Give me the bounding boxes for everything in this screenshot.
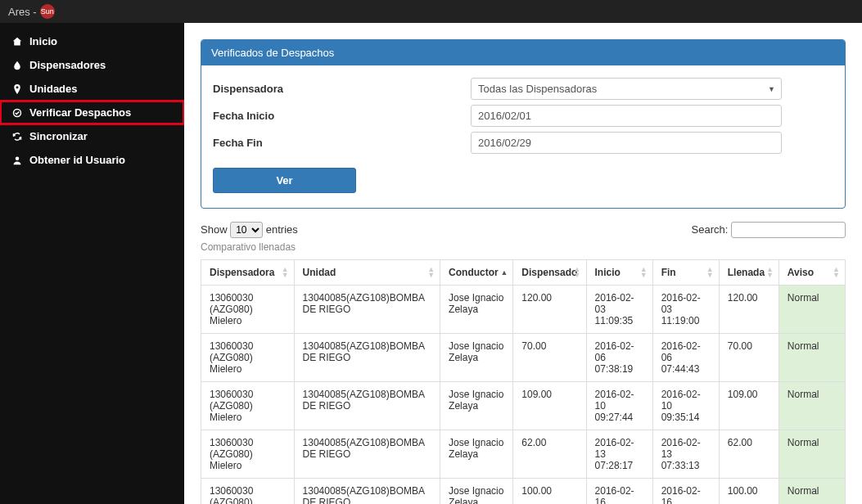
fecha-fin-input[interactable] [471, 132, 782, 154]
cell-dispensadora: 13060030 (AZG080) Mielero [201, 286, 295, 334]
cell-inicio: 2016-02-03 11:09:35 [586, 286, 652, 334]
cell-aviso: Normal [779, 334, 845, 382]
fecha-fin-label: Fecha Fin [213, 137, 471, 149]
cell-dispensado: 62.00 [513, 430, 586, 479]
sidebar: Inicio Dispensadores Unidades Verificar … [0, 23, 184, 504]
table-row: 13060030 (AZG080) Mielero13040085(AZG108… [201, 334, 846, 382]
col-unidad[interactable]: Unidad▲▼ [294, 260, 440, 286]
cell-unidad: 13040085(AZG108)BOMBA DE RIEGO [294, 334, 440, 382]
svg-point-1 [16, 156, 20, 160]
entries-label: entries [266, 223, 298, 236]
cell-fin: 2016-02-16 13:35:25 [652, 479, 719, 505]
cell-dispensado: 100.00 [513, 479, 586, 505]
fecha-inicio-label: Fecha Inicio [213, 110, 471, 122]
sort-icon: ▲▼ [282, 267, 289, 278]
sidebar-item-verificar-despachos[interactable]: Verificar Despachos [0, 101, 184, 124]
table-row: 13060030 (AZG080) Mielero13040085(AZG108… [201, 382, 846, 430]
cell-llenada: 70.00 [719, 334, 779, 382]
col-fin[interactable]: Fin▲▼ [652, 260, 719, 286]
col-dispensadora[interactable]: Dispensadora▲▼ [201, 260, 295, 286]
user-icon [11, 155, 23, 165]
brand: Ares - Sun [8, 4, 55, 19]
cell-aviso: Normal [779, 382, 845, 430]
cell-unidad: 13040085(AZG108)BOMBA DE RIEGO [294, 479, 440, 505]
ver-button[interactable]: Ver [213, 168, 356, 193]
cell-llenada: 62.00 [719, 430, 779, 479]
sort-icon: ▲▼ [640, 267, 648, 278]
cell-inicio: 2016-02-16 13:28:51 [586, 479, 652, 505]
topbar: Ares - Sun [0, 0, 862, 23]
table-subtitle: Comparativo llenadas [201, 241, 846, 253]
cell-inicio: 2016-02-06 07:38:19 [586, 334, 652, 382]
sync-icon [11, 132, 23, 142]
home-icon [11, 37, 23, 47]
cell-dispensado: 70.00 [513, 334, 586, 382]
cell-inicio: 2016-02-13 07:28:17 [586, 430, 652, 479]
sort-asc-icon: ▲ [500, 270, 508, 276]
main-content: Verificados de Despachos Dispensadora To… [184, 23, 862, 504]
sidebar-item-label: Verificar Despachos [29, 106, 131, 119]
table-row: 13060030 (AZG080) Mielero13040085(AZG108… [201, 479, 846, 505]
sidebar-item-label: Inicio [29, 35, 57, 47]
sidebar-item-dispensadores[interactable]: Dispensadores [0, 53, 184, 77]
map-pin-icon [11, 84, 23, 94]
cell-dispensado: 109.00 [513, 382, 586, 430]
col-llenada[interactable]: Llenada▲▼ [719, 260, 779, 286]
check-circle-icon [11, 108, 23, 118]
cell-fin: 2016-02-03 11:19:00 [652, 286, 719, 334]
cell-aviso: Normal [779, 286, 845, 334]
sort-icon: ▲▼ [427, 267, 435, 278]
filter-panel: Verificados de Despachos Dispensadora To… [201, 39, 846, 209]
sidebar-item-sincronizar[interactable]: Sincronizar [0, 124, 184, 148]
cell-unidad: 13040085(AZG108)BOMBA DE RIEGO [294, 430, 440, 479]
sidebar-item-obtener-id[interactable]: Obtener id Usuario [0, 148, 184, 172]
cell-unidad: 13040085(AZG108)BOMBA DE RIEGO [294, 286, 440, 334]
cell-aviso: Normal [779, 479, 845, 505]
drop-icon [11, 61, 23, 70]
cell-conductor: Jose Ignacio Zelaya [440, 479, 513, 505]
sort-icon: ▲▼ [766, 267, 774, 278]
dispensadora-label: Dispensadora [213, 83, 471, 95]
col-conductor[interactable]: Conductor▲ [440, 260, 513, 286]
table-row: 13060030 (AZG080) Mielero13040085(AZG108… [201, 430, 846, 479]
brand-logo-icon: Sun [40, 4, 55, 19]
cell-dispensado: 120.00 [513, 286, 586, 334]
cell-fin: 2016-02-10 09:35:14 [652, 382, 719, 430]
search-label: Search: [692, 223, 729, 236]
search-control: Search: [692, 222, 846, 238]
cell-conductor: Jose Ignacio Zelaya [440, 286, 513, 334]
search-input[interactable] [731, 222, 846, 238]
cell-dispensadora: 13060030 (AZG080) Mielero [201, 430, 295, 479]
cell-llenada: 109.00 [719, 382, 779, 430]
cell-fin: 2016-02-06 07:44:43 [652, 334, 719, 382]
page-size-select[interactable]: 10 [230, 222, 263, 238]
sidebar-item-label: Dispensadores [29, 59, 106, 71]
col-aviso[interactable]: Aviso▲▼ [779, 260, 845, 286]
sort-icon: ▲▼ [574, 267, 581, 278]
cell-dispensadora: 13060030 (AZG080) Mielero [201, 382, 295, 430]
cell-dispensadora: 13060030 (AZG080) Mielero [201, 334, 295, 382]
sidebar-item-unidades[interactable]: Unidades [0, 77, 184, 101]
col-inicio[interactable]: Inicio▲▼ [586, 260, 652, 286]
sidebar-item-label: Obtener id Usuario [29, 154, 125, 166]
results-table: Dispensadora▲▼ Unidad▲▼ Conductor▲ Dispe… [201, 259, 846, 504]
brand-logo-text: Sun [41, 7, 54, 16]
sort-icon: ▲▼ [706, 267, 714, 278]
sidebar-item-label: Sincronizar [29, 130, 88, 142]
col-dispensado[interactable]: Dispensado▲▼ [513, 260, 586, 286]
brand-text1: Ares - [8, 6, 37, 18]
sidebar-item-inicio[interactable]: Inicio [0, 29, 184, 53]
panel-title: Verificados de Despachos [201, 40, 845, 65]
cell-llenada: 120.00 [719, 286, 779, 334]
cell-dispensadora: 13060030 (AZG080) Mielero [201, 479, 295, 505]
cell-conductor: Jose Ignacio Zelaya [440, 334, 513, 382]
cell-unidad: 13040085(AZG108)BOMBA DE RIEGO [294, 382, 440, 430]
sidebar-item-label: Unidades [29, 83, 78, 95]
show-label: Show [201, 223, 228, 236]
table-row: 13060030 (AZG080) Mielero13040085(AZG108… [201, 286, 846, 334]
fecha-inicio-input[interactable] [471, 105, 782, 127]
cell-inicio: 2016-02-10 09:27:44 [586, 382, 652, 430]
sort-icon: ▲▼ [833, 267, 840, 278]
cell-conductor: Jose Ignacio Zelaya [440, 430, 513, 479]
dispensadora-select[interactable]: Todas las Dispensadoras [471, 78, 782, 100]
